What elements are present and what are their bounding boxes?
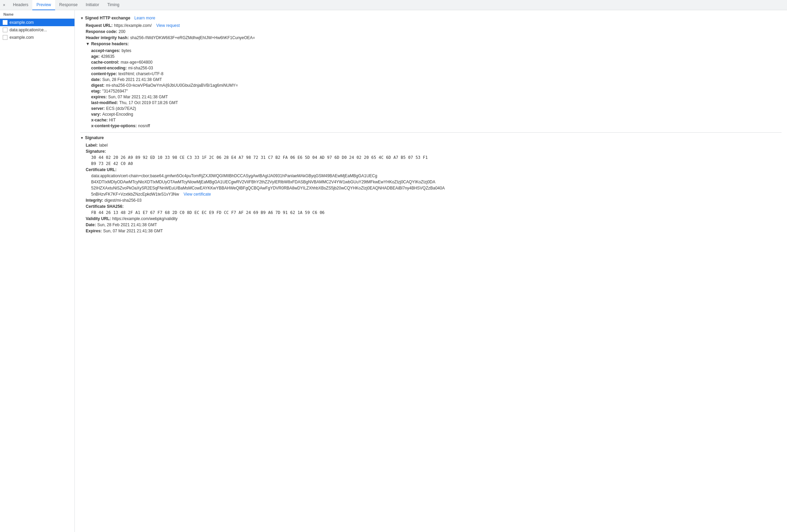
request-url-value: https://example.com/ View request [114,23,180,28]
rh-val-9: Thu, 17 Oct 2019 07:18:26 GMT [119,100,178,105]
rh-val-5: Sun, 28 Feb 2021 21:41:38 GMT [102,77,162,82]
expires-key: Expires: [86,229,102,233]
signed-http-exchange-header: ▼ Signed HTTP exchange Learn more [80,16,782,20]
date-row: Date: Sun, 28 Feb 2021 21:41:38 GMT [80,222,782,227]
cert-url-key: Certificate URL: [86,167,117,172]
rh-val-0: bytes [121,48,131,53]
response-headers-list: accept-ranges:bytesage:428635cache-contr… [80,48,782,128]
sidebar-item-2[interactable]: example.com [0,34,74,41]
header-integrity-row: Header integrity hash: sha256-/IWdYDKW66… [80,35,782,40]
rh-key-11: vary: [91,112,101,117]
rh-row-12: x-cache:HIT [91,118,782,122]
rh-val-2: max-age=604800 [121,60,153,65]
sidebar-item-0[interactable]: example.com [0,19,74,26]
rh-key-3: content-encoding: [91,66,127,70]
view-request-link[interactable]: View request [156,23,180,28]
sig-label-row: Label: label [80,143,782,148]
file-icon-0 [3,20,7,25]
rh-key-1: age: [91,54,100,59]
rh-row-5: date:Sun, 28 Feb 2021 21:41:38 GMT [91,77,782,82]
rh-val-7: "3147526947" [102,89,128,94]
response-code-key: Response code: [86,29,117,34]
rh-row-2: cache-control:max-age=604800 [91,60,782,65]
expires-value: Sun, 07 Mar 2021 21:41:38 GMT [103,229,163,233]
tab-preview[interactable]: Preview [32,0,55,10]
cert-url-line4: 5nBHzvFK7KF+VzxtkbZNzcEpkdW1teS1vY3Nw Vi… [80,192,782,197]
sidebar-item-1[interactable]: data:application/ce... [0,26,74,34]
sidebar-item-label-2: example.com [10,35,34,40]
rh-row-9: last-modified:Thu, 17 Oct 2019 07:18:26 … [91,100,782,105]
rh-row-3: content-encoding:mi-sha256-03 [91,66,782,70]
tab-initiator[interactable]: Initiator [82,0,103,10]
sig-triangle-icon: ▼ [80,136,84,140]
rh-key-5: date: [91,77,101,82]
sidebar-header: Name [0,10,74,19]
tab-timing[interactable]: Timing [103,0,123,10]
header-integrity-key: Header integrity hash: [86,35,129,40]
sig-signature-row: Signature: [80,149,782,154]
response-headers-header: ▼ Response headers: [80,41,782,46]
sig-signature-line2: B9 73 2E 42 C0 A0 [80,161,782,166]
request-url-row: Request URL: https://example.com/ View r… [80,23,782,28]
cert-url-line3: 52IHZXAxtuNiSZvoPkOaXySR2ESqFNnWEuU/BaMs… [80,186,782,190]
cert-url-line1: data:application/cert-chain+cbor;base64,… [80,173,782,178]
file-icon-1 [3,28,7,32]
sig-signature-line1: 30 44 02 20 26 A9 89 92 ED 10 33 98 CE C… [80,155,782,160]
rh-val-8: Sun, 07 Mar 2021 21:41:38 GMT [108,95,168,99]
signed-http-exchange-title: Signed HTTP exchange [85,16,130,20]
rh-key-2: cache-control: [91,60,119,65]
rh-val-10: ECS (dcb/7EA2) [106,106,136,111]
cert-url-line2: B4XDTIxMDIyODAwMTcyNloXDTIxMDUyOTAwMTcyN… [80,180,782,184]
rh-key-12: x-cache: [91,118,108,122]
signature-title: Signature [85,135,104,140]
response-headers-title: Response headers: [91,41,129,46]
rh-row-10: server:ECS (dcb/7EA2) [91,106,782,111]
sidebar: Name example.com data:application/ce... … [0,10,75,532]
cert-sha256-row: Certificate SHA256: [80,204,782,209]
cert-sha256-key: Certificate SHA256: [86,204,123,209]
tab-bar: × Headers Preview Response Initiator Tim… [0,0,787,10]
response-code-value: 200 [119,29,125,34]
integrity-key: Integrity: [86,198,103,203]
rh-row-13: x-content-type-options:nosniff [91,123,782,128]
file-icon-2 [3,35,7,40]
rh-key-9: last-modified: [91,100,118,105]
rh-row-4: content-type:text/html; charset=UTF-8 [91,71,782,76]
rh-row-7: etag:"3147526947" [91,89,782,94]
response-code-row: Response code: 200 [80,29,782,34]
rh-val-3: mi-sha256-03 [128,66,153,70]
content-area: ▼ Signed HTTP exchange Learn more Reques… [75,10,787,532]
tab-response[interactable]: Response [55,0,82,10]
rh-key-10: server: [91,106,105,111]
sig-label-value: label [99,143,107,148]
rh-row-8: expires:Sun, 07 Mar 2021 21:41:38 GMT [91,95,782,99]
main-layout: Name example.com data:application/ce... … [0,10,787,532]
validity-url-key: Validity URL: [86,216,111,221]
sig-label-key: Label: [86,143,98,148]
date-value: Sun, 28 Feb 2021 21:41:38 GMT [97,222,157,227]
rh-row-6: digest:mi-sha256-03=kcwVP6aOwYmA/j9JbUU0… [91,83,782,88]
rh-key-8: expires: [91,95,107,99]
request-url-key: Request URL: [86,23,113,28]
rh-val-1: 428635 [101,54,115,59]
rh-val-11: Accept-Encoding [102,112,133,117]
validity-url-row: Validity URL: https://example.com/webpkg… [80,216,782,221]
close-icon[interactable]: × [1,2,7,8]
cert-url-row: Certificate URL: [80,167,782,172]
signature-header: ▼ Signature [80,135,782,140]
rh-row-1: age:428635 [91,54,782,59]
rh-key-6: digest: [91,83,104,88]
response-headers-section: ▼ Response headers: accept-ranges:bytesa… [80,41,782,128]
rh-val-13: nosniff [138,123,150,128]
rh-triangle-icon: ▼ [86,41,90,46]
integrity-row: Integrity: digest/mi-sha256-03 [80,198,782,203]
rh-val-12: HIT [109,118,116,122]
tab-headers[interactable]: Headers [9,0,32,10]
view-certificate-link[interactable]: View certificate [184,192,211,197]
learn-more-link[interactable]: Learn more [134,16,155,20]
rh-val-6: mi-sha256-03=kcwVP6aOwYmA/j9JbUU0GbuiZdn… [106,83,238,88]
rh-key-4: content-type: [91,71,117,76]
rh-key-7: etag: [91,89,101,94]
signature-section: ▼ Signature Label: label Signature: 30 4… [80,135,782,233]
sidebar-item-label-1: data:application/ce... [10,28,47,32]
